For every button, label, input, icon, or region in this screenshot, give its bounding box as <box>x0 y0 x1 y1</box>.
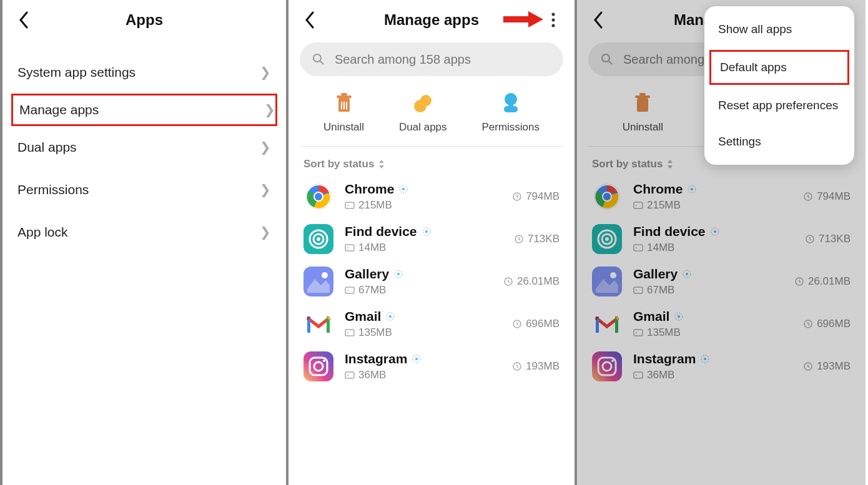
chevron-right-icon: ❯ <box>260 65 271 80</box>
svg-rect-15 <box>508 104 513 107</box>
row-label: App lock <box>17 225 68 240</box>
app-storage: 36MB <box>345 369 501 381</box>
svg-rect-22 <box>345 202 354 208</box>
svg-point-23 <box>347 205 348 206</box>
row-label: Permissions <box>17 182 89 197</box>
panel-apps: Apps System app settings ❯ Manage apps ❯… <box>0 0 289 485</box>
app-row-chrome[interactable]: Chrome215MB794MB <box>289 175 575 218</box>
app-row-instagram[interactable]: Instagram36MB193MB <box>289 345 575 388</box>
action-label: Permissions <box>481 121 540 134</box>
app-main: Find device14MB <box>345 224 503 254</box>
action-row: Uninstall Dual apps Permissions <box>300 86 563 147</box>
app-name: Find device <box>345 224 503 239</box>
dual-apps-icon <box>412 92 434 115</box>
menu-default-apps[interactable]: Default apps <box>709 50 849 85</box>
app-name: Chrome <box>345 182 501 197</box>
kebab-icon <box>551 12 555 27</box>
menu-settings[interactable]: Settings <box>704 124 854 160</box>
app-name: Gallery <box>345 267 492 282</box>
app-row-gmail[interactable]: Gmail135MB696MB <box>289 303 575 345</box>
row-label: Dual apps <box>17 140 77 155</box>
svg-point-21 <box>402 188 405 190</box>
search-icon <box>312 53 325 66</box>
svg-point-1 <box>552 19 555 22</box>
back-button[interactable] <box>297 7 322 32</box>
header: Apps <box>2 0 286 40</box>
overflow-menu: Show all apps Default apps Reset app pre… <box>704 6 854 165</box>
row-dual-apps[interactable]: Dual apps ❯ <box>2 126 286 169</box>
svg-point-3 <box>313 54 321 62</box>
svg-point-32 <box>347 247 348 248</box>
header: Manage apps <box>289 0 575 40</box>
app-icon <box>303 309 333 339</box>
action-uninstall[interactable]: Uninstall <box>323 92 364 134</box>
app-name: Instagram <box>345 351 501 366</box>
more-options-button[interactable] <box>541 7 566 32</box>
app-storage: 14MB <box>345 242 503 254</box>
menu-show-all-apps[interactable]: Show all apps <box>704 11 854 47</box>
action-label: Dual apps <box>399 121 447 134</box>
svg-rect-46 <box>345 330 354 336</box>
app-icon <box>303 267 333 296</box>
svg-rect-55 <box>345 372 354 378</box>
chevron-right-icon: ❯ <box>260 182 271 197</box>
chevron-right-icon: ❯ <box>260 225 271 240</box>
action-label: Uninstall <box>323 121 364 134</box>
app-icon <box>303 224 333 254</box>
row-permissions[interactable]: Permissions ❯ <box>2 169 286 211</box>
app-main: Gallery67MB <box>345 267 492 296</box>
svg-rect-6 <box>337 96 352 98</box>
sort-label: Sort by status <box>303 158 374 170</box>
svg-point-45 <box>389 315 392 318</box>
row-label: System app settings <box>17 65 136 80</box>
app-main: Instagram36MB <box>345 351 501 381</box>
action-permissions[interactable]: Permissions <box>481 92 540 134</box>
annotation-arrow <box>503 10 545 31</box>
permissions-icon <box>500 92 522 115</box>
row-label: Manage apps <box>19 102 99 117</box>
app-main: Gmail135MB <box>345 309 501 339</box>
svg-rect-38 <box>345 287 354 293</box>
chevron-left-icon <box>18 11 29 29</box>
svg-point-37 <box>397 273 400 275</box>
svg-point-30 <box>425 230 428 233</box>
trash-icon <box>333 92 355 115</box>
svg-rect-49 <box>303 351 333 381</box>
panel-manage-apps: Manage apps Uninstall Dual apps <box>289 0 577 485</box>
svg-point-56 <box>347 375 348 376</box>
row-app-lock[interactable]: App lock ❯ <box>2 211 286 253</box>
row-manage-apps[interactable]: Manage apps ❯ <box>11 94 277 126</box>
page-title: Apps <box>2 11 286 29</box>
search-bar[interactable] <box>300 42 563 76</box>
app-data-usage: 696MB <box>512 318 560 330</box>
svg-point-0 <box>552 13 555 16</box>
svg-point-13 <box>505 93 517 105</box>
svg-rect-7 <box>341 93 347 96</box>
app-data-usage: 26.01MB <box>503 275 560 288</box>
chevron-left-icon <box>304 11 315 29</box>
svg-point-19 <box>315 193 322 200</box>
svg-line-4 <box>320 61 323 64</box>
row-system-app-settings[interactable]: System app settings ❯ <box>2 51 286 94</box>
app-data-usage: 713KB <box>514 233 560 245</box>
sort-icon <box>378 160 385 169</box>
svg-point-39 <box>347 290 348 291</box>
menu-reset-app-preferences[interactable]: Reset app preferences <box>704 87 854 124</box>
action-dual-apps[interactable]: Dual apps <box>399 92 447 134</box>
app-storage: 215MB <box>345 199 501 212</box>
app-storage: 67MB <box>345 284 492 296</box>
app-storage: 135MB <box>345 326 501 339</box>
sort-control[interactable]: Sort by status <box>289 147 575 175</box>
svg-point-47 <box>347 332 348 333</box>
app-row-find-device[interactable]: Find device14MB713KB <box>289 218 575 260</box>
svg-point-2 <box>552 24 555 27</box>
app-data-usage: 794MB <box>512 190 560 203</box>
svg-point-28 <box>317 237 320 241</box>
search-input[interactable] <box>335 52 551 67</box>
svg-rect-31 <box>345 245 354 251</box>
svg-point-12 <box>414 100 427 112</box>
svg-point-54 <box>415 358 418 360</box>
back-button[interactable] <box>11 7 36 32</box>
panel-manage-apps-menu: Manage apps Uninstall . . Sort by status… <box>577 0 866 485</box>
app-row-gallery[interactable]: Gallery67MB26.01MB <box>289 260 575 303</box>
